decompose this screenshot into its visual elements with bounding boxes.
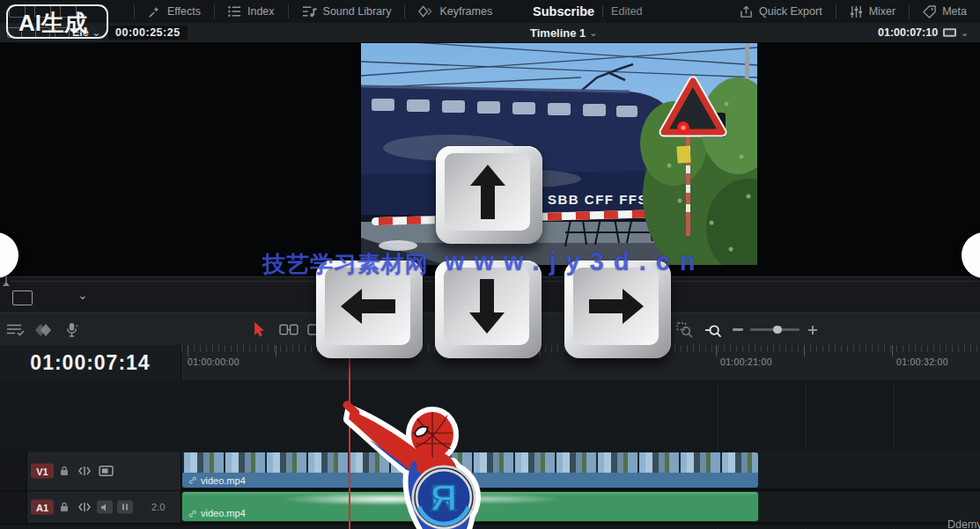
mixer-label: Mixer [869, 5, 896, 18]
timeline-zoom-slider[interactable] [748, 313, 801, 346]
keyframes-button[interactable]: Keyframes [405, 5, 505, 18]
ai-generated-watermark-text: AI生成 [18, 8, 87, 39]
lock-icon[interactable] [59, 502, 70, 512]
audio-clip-name: video.mp4 [201, 508, 246, 518]
sound-library-label: Sound Library [323, 5, 392, 18]
track-enable-icon[interactable] [99, 466, 114, 477]
corner-partial-text: Ddemy [947, 518, 980, 529]
track-header-margin [0, 452, 27, 490]
metadata-tag-icon [923, 5, 936, 18]
mixer-sliders-icon [850, 5, 863, 18]
zoom-detail-button[interactable] [701, 313, 724, 346]
link-icon [188, 510, 196, 518]
sound-library-button[interactable]: Sound Library [289, 5, 405, 18]
index-list-icon [228, 5, 241, 18]
effects-label: Effects [167, 5, 201, 18]
project-title: Subscribe [533, 4, 594, 18]
audio-channels-label: 2.0 [151, 502, 165, 512]
voiceover-mic-button[interactable] [62, 313, 81, 346]
video-track-badge[interactable]: V1 [31, 464, 54, 479]
marker-handle-icon[interactable] [2, 276, 11, 286]
keyframe-stack-icon-button[interactable] [32, 313, 55, 346]
timeline-view-options-button[interactable] [4, 313, 28, 346]
keyframes-label: Keyframes [439, 5, 492, 18]
mixer-button[interactable]: Mixer [836, 5, 910, 18]
record-timecode-value: 01:00:07:10 [878, 26, 938, 39]
watermark-url-text: www.jy3d.cn [445, 247, 705, 276]
auto-select-icon[interactable] [77, 502, 92, 513]
index-label: Index [247, 5, 275, 18]
ruler-label: 01:00:00:00 [188, 356, 239, 367]
source-timecode[interactable]: 00:00:25:25 [108, 23, 188, 42]
chevron-down-icon: ⌄ [961, 28, 969, 37]
project-title-group: Subscribe Edited [533, 0, 643, 23]
svg-text:R: R [431, 477, 457, 518]
ai-generated-watermark-badge: AI生成 [6, 4, 108, 39]
lock-icon[interactable] [59, 466, 70, 476]
zoom-out-button[interactable] [731, 313, 745, 346]
effects-button[interactable]: Effects [135, 5, 214, 18]
source-timecode-value: 00:00:25:25 [108, 26, 188, 40]
timeline-selector[interactable]: Timeline 1 ⌄ [530, 23, 598, 42]
metadata-label: Meta [942, 5, 967, 18]
auto-select-icon[interactable] [77, 466, 92, 477]
watermark-site-text: 技艺学习素材网 [262, 249, 429, 280]
down-arrow-icon [469, 278, 505, 334]
display-icon [942, 27, 957, 38]
train-livery-text: SBB CFF FFS [548, 192, 648, 207]
display-mode-selector[interactable]: ⌄ [942, 23, 969, 42]
audio-track-header: A1 2.0 [0, 491, 181, 523]
ruler-label: 01:00:32:00 [896, 356, 948, 367]
selection-tool-button[interactable] [250, 313, 268, 346]
playhead-timecode[interactable]: 01:00:07:14 [0, 345, 181, 380]
sound-library-icon [302, 5, 317, 18]
clip-shape-selector-icon[interactable] [12, 290, 33, 305]
mute-button[interactable] [97, 501, 113, 514]
video-track-header: V1 [0, 452, 181, 490]
zoom-in-button[interactable] [805, 313, 821, 346]
audio-track-badge[interactable]: A1 [31, 500, 54, 515]
chevron-down-icon[interactable]: ⌄ [77, 288, 88, 302]
link-icon [188, 476, 196, 484]
keyframes-diamond-icon [418, 5, 433, 18]
zoom-full-extent-button[interactable] [673, 313, 696, 346]
up-arrow-key [436, 146, 542, 244]
quick-export-button[interactable]: Quick Export [726, 5, 836, 18]
quick-export-icon [740, 5, 753, 18]
transport-bar: Ele ⌄ 00:00:25:25 Timeline 1 ⌄ 01:00:07:… [0, 23, 980, 43]
title-divider [602, 6, 603, 18]
top-toolbar: Effects Index Sound Library Keyframes Su… [0, 0, 980, 24]
trim-edit-mode-button[interactable] [276, 313, 301, 346]
project-status: Edited [611, 5, 642, 18]
effects-wand-icon [148, 5, 161, 18]
video-preview[interactable]: SBB CFF FFS [361, 42, 757, 265]
right-arrow-icon [588, 289, 645, 324]
up-arrow-icon [470, 164, 505, 220]
solo-button[interactable] [117, 501, 133, 514]
ruler-label: 01:00:21:00 [720, 356, 772, 367]
video-editor-app: { "overlays": { "ai_badge": "AI生成", "wat… [0, 0, 980, 529]
left-arrow-icon [340, 289, 396, 324]
video-clip-name: video.mp4 [201, 475, 246, 486]
track-header-margin [0, 491, 27, 523]
quick-export-label: Quick Export [759, 5, 822, 18]
record-timecode[interactable]: 01:00:07:10 [878, 23, 938, 42]
timeline-name: Timeline 1 [530, 26, 586, 40]
zoom-slider-thumb[interactable] [773, 326, 782, 334]
spiderman-sticker: R R [342, 398, 493, 529]
metadata-button[interactable]: Meta [910, 5, 980, 18]
index-button[interactable]: Index [215, 5, 288, 18]
chevron-down-icon: ⌄ [589, 28, 597, 37]
